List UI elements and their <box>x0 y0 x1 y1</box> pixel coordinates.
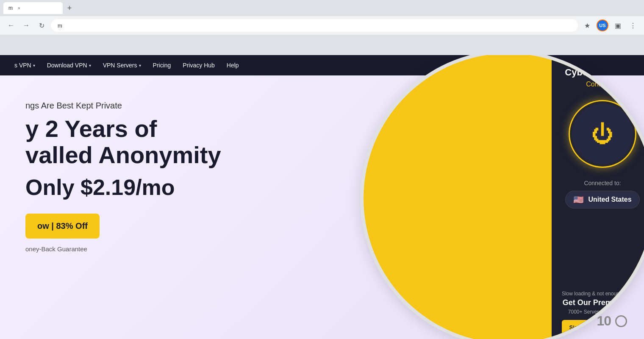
connected-to-label: Connected to: <box>584 180 621 186</box>
nav-item-help[interactable]: Help <box>221 55 245 75</box>
tab-title: m <box>8 5 13 11</box>
nav-vpn-chevron: ▾ <box>33 63 35 68</box>
flag-icon: 🇺🇸 <box>573 195 584 205</box>
nav-vpn-label: s VPN <box>14 62 31 69</box>
vpn-app-title: CyberGhost VPN <box>565 67 640 78</box>
nav-item-servers[interactable]: VPN Servers ▾ <box>97 55 147 75</box>
browser-chrome: m × + ← → ↻ m ★ US ▣ ⋮ <box>0 0 644 55</box>
power-button-container[interactable]: ⏻ <box>569 100 636 168</box>
location-name: United States <box>588 196 631 203</box>
nav-privacy-label: Privacy Hub <box>183 62 214 69</box>
cta-button[interactable]: ow | 83% Off <box>25 214 100 239</box>
cta-label: ow | 83% Off <box>37 221 88 231</box>
vpn-connected-label: Connected <box>586 81 619 88</box>
address-text: m <box>58 22 62 29</box>
hero-price-text: Only $2.19/mo <box>25 175 175 200</box>
tab-close-button[interactable]: × <box>16 5 22 11</box>
extensions-button[interactable]: ▣ <box>612 19 624 31</box>
power-button-circle[interactable]: ⏻ <box>572 103 633 164</box>
location-badge[interactable]: 🇺🇸 United States <box>565 191 639 208</box>
nav-item-privacy-hub[interactable]: Privacy Hub <box>177 55 220 75</box>
nav-download-chevron: ▾ <box>89 63 91 68</box>
promo-title: Get Our Premium App <box>562 298 643 307</box>
forward-button[interactable]: → <box>20 19 32 31</box>
zoom-circle-inner: CyberGhost VPN Connected ⏻ Connected to:… <box>364 55 644 339</box>
watermark: 10 <box>597 313 627 329</box>
nav-item-download[interactable]: Download VPN ▾ <box>41 55 97 75</box>
nav-item-vpn[interactable]: s VPN ▾ <box>8 55 41 75</box>
watermark-text: 10 <box>597 313 611 328</box>
menu-button[interactable]: ⋮ <box>627 19 639 31</box>
vpn-app-panel: CyberGhost VPN Connected ⏻ Connected to:… <box>552 55 644 339</box>
nav-pricing-label: Pricing <box>153 62 171 69</box>
browser-tab[interactable]: m × <box>3 2 63 14</box>
address-bar[interactable]: m <box>51 19 578 32</box>
hero-title-line1-text: y 2 Years of <box>25 115 157 142</box>
nav-servers-chevron: ▾ <box>139 63 141 68</box>
website-content: s VPN ▾ Download VPN ▾ VPN Servers ▾ Pri… <box>0 55 644 339</box>
address-bar-row: ← → ↻ m ★ US ▣ ⋮ <box>0 16 644 35</box>
watermark-icon: 10 <box>597 313 627 328</box>
hero-section: ngs Are Best Kept Private y 2 Years of v… <box>0 75 644 339</box>
bookmark-button[interactable]: ★ <box>581 19 593 31</box>
zoom-circle: CyberGhost VPN Connected ⏻ Connected to:… <box>360 55 644 339</box>
watermark-circle <box>615 315 627 327</box>
nav-servers-label: VPN Servers <box>103 62 137 69</box>
nav-download-label: Download VPN <box>47 62 87 69</box>
refresh-button[interactable]: ↻ <box>36 19 47 31</box>
profile-badge[interactable]: US <box>597 19 608 31</box>
hero-title-line2-text: valled Anonymity <box>25 142 221 168</box>
promo-subtitle: Slow loading & not enough servers? <box>562 291 643 297</box>
back-button[interactable]: ← <box>5 19 17 31</box>
new-tab-button[interactable]: + <box>64 3 75 13</box>
nav-item-pricing[interactable]: Pricing <box>147 55 177 75</box>
nav-help-label: Help <box>227 62 239 69</box>
power-icon: ⏻ <box>591 123 613 145</box>
tab-bar: m × + <box>0 0 644 16</box>
